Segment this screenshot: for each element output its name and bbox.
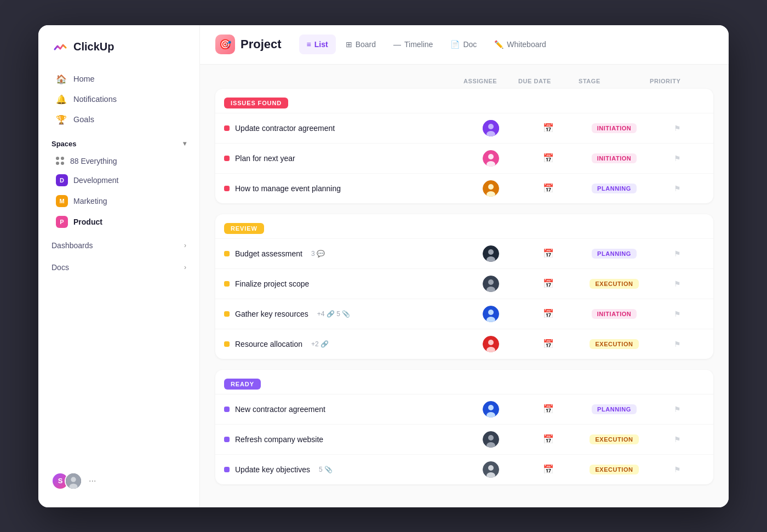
calendar-icon: 📅 xyxy=(543,434,554,444)
task-row[interactable]: Finalize project scope 📅 EXECUTION xyxy=(215,268,713,299)
task-row[interactable]: Update contractor agreement 📅 INITIATION xyxy=(215,113,713,143)
nav-dashboards[interactable]: Dashboards › xyxy=(38,232,199,254)
task-name: Refresh company website xyxy=(224,435,463,444)
date-cell: 📅 xyxy=(518,183,579,193)
svg-point-29 xyxy=(488,435,494,441)
stage-badge: PLANNING xyxy=(592,249,637,259)
topbar: 🎯 Project ≡ List ⊞ Board — Timeline 📄 Do… xyxy=(200,25,729,65)
flag-icon: ⚑ xyxy=(674,310,681,318)
content-area: ASSIGNEE DUE DATE STAGE PRIORITY ISSUES … xyxy=(200,65,729,507)
task-priority-dot xyxy=(224,281,230,287)
date-cell: 📅 xyxy=(518,404,579,414)
tab-board[interactable]: ⊞ Board xyxy=(338,35,384,54)
calendar-icon: 📅 xyxy=(543,404,554,414)
stage-badge: INITIATION xyxy=(592,123,637,133)
task-priority-dot xyxy=(224,437,230,442)
task-priority-dot xyxy=(224,341,230,347)
board-tab-icon: ⊞ xyxy=(346,40,352,49)
doc-tab-icon: 📄 xyxy=(450,40,460,49)
section-issues: ISSUES FOUND Update contractor agreement… xyxy=(215,89,713,203)
nav-goals[interactable]: 🏆 Goals xyxy=(43,110,195,130)
sidebar-item-everything[interactable]: 88 Everything xyxy=(43,152,195,170)
nav-notifications[interactable]: 🔔 Notifications xyxy=(43,89,195,110)
sidebar-item-product[interactable]: P Product xyxy=(43,211,195,232)
assignee-cell xyxy=(463,150,518,167)
task-name: Budget assessment 3 💬 xyxy=(224,249,463,258)
date-cell: 📅 xyxy=(518,464,579,474)
task-name: Gather key resources +4 🔗 5 📎 xyxy=(224,310,463,318)
flag-icon: ⚑ xyxy=(674,184,681,193)
main-content: 🎯 Project ≡ List ⊞ Board — Timeline 📄 Do… xyxy=(200,25,729,507)
svg-point-11 xyxy=(488,184,494,190)
tab-whiteboard[interactable]: ✏️ Whiteboard xyxy=(486,35,554,54)
avatar-2 xyxy=(65,472,82,490)
date-cell: 📅 xyxy=(518,308,579,319)
dashboards-arrow-icon: › xyxy=(184,242,186,249)
product-badge: P xyxy=(56,216,68,228)
assignee-cell xyxy=(463,245,518,262)
priority-cell: ⚑ xyxy=(650,249,705,258)
nav-docs[interactable]: Docs › xyxy=(38,254,199,276)
sidebar-item-marketing[interactable]: M Marketing xyxy=(43,191,195,211)
stage-badge: INITIATION xyxy=(592,153,637,163)
stage-cell: PLANNING xyxy=(579,249,650,259)
app-name: ClickUp xyxy=(73,41,114,53)
priority-cell: ⚑ xyxy=(650,184,705,193)
svg-point-26 xyxy=(488,405,494,410)
section-ready: READY New contractor agreement 📅 xyxy=(215,370,713,484)
home-icon: 🏠 xyxy=(56,74,67,84)
priority-cell: ⚑ xyxy=(650,405,705,414)
task-name: How to manage event planning xyxy=(224,184,463,193)
section-review: REVIEW Budget assessment 3 💬 📅 xyxy=(215,214,713,359)
assignee-cell xyxy=(463,180,518,197)
task-row[interactable]: Resource allocation +2 🔗 📅 EXECUTION xyxy=(215,329,713,359)
flag-icon: ⚑ xyxy=(674,435,681,444)
task-meta: +2 🔗 xyxy=(311,340,329,348)
task-name: Finalize project scope xyxy=(224,279,463,288)
avatar xyxy=(483,150,499,167)
nav-home[interactable]: 🏠 Home xyxy=(43,69,195,89)
marketing-badge: M xyxy=(56,195,68,207)
svg-point-32 xyxy=(488,465,494,471)
list-tab-icon: ≡ xyxy=(307,40,311,49)
tab-list[interactable]: ≡ List xyxy=(299,35,336,54)
flag-icon: ⚑ xyxy=(674,124,681,133)
assignee-cell xyxy=(463,336,518,352)
svg-point-17 xyxy=(488,279,494,285)
assignee-cell xyxy=(463,431,518,448)
date-cell: 📅 xyxy=(518,153,579,163)
task-name: New contractor agreement xyxy=(224,405,463,414)
calendar-icon: 📅 xyxy=(543,153,554,163)
bell-icon: 🔔 xyxy=(56,94,67,105)
task-row[interactable]: Update key objectives 5 📎 📅 EXECUTION xyxy=(215,454,713,484)
task-meta: 5 📎 xyxy=(319,466,333,473)
task-row[interactable]: New contractor agreement 📅 PLANNING xyxy=(215,394,713,424)
task-priority-dot xyxy=(224,251,230,256)
sidebar-item-development[interactable]: D Development xyxy=(43,170,195,191)
task-name: Resource allocation +2 🔗 xyxy=(224,340,463,348)
stage-badge: EXECUTION xyxy=(589,434,638,444)
task-row[interactable]: Refresh company website 📅 EXECUTION xyxy=(215,424,713,454)
development-badge: D xyxy=(56,174,68,186)
stage-cell: INITIATION xyxy=(579,123,650,133)
tab-timeline[interactable]: — Timeline xyxy=(386,35,440,54)
assignee-cell xyxy=(463,401,518,417)
priority-cell: ⚑ xyxy=(650,340,705,348)
task-priority-dot xyxy=(224,156,230,161)
tab-navigation: ≡ List ⊞ Board — Timeline 📄 Doc ✏️ Wh xyxy=(299,25,554,64)
task-row[interactable]: Plan for next year 📅 INITIATION ⚑ xyxy=(215,143,713,173)
avatar xyxy=(483,180,499,197)
svg-point-8 xyxy=(488,154,494,159)
task-row[interactable]: Gather key resources +4 🔗 5 📎 📅 INITIATI… xyxy=(215,299,713,329)
avatar-stack: S xyxy=(51,472,82,490)
date-cell: 📅 xyxy=(518,123,579,133)
docs-arrow-icon: › xyxy=(184,264,186,271)
task-row[interactable]: Budget assessment 3 💬 📅 PLANNING xyxy=(215,238,713,268)
stage-badge: EXECUTION xyxy=(589,279,638,289)
task-meta: +4 🔗 5 📎 xyxy=(317,310,350,318)
assignee-cell xyxy=(463,461,518,478)
tab-doc[interactable]: 📄 Doc xyxy=(443,35,484,54)
task-row[interactable]: How to manage event planning 📅 PLANNING xyxy=(215,173,713,203)
assignee-cell xyxy=(463,120,518,136)
avatar-face xyxy=(66,473,81,489)
